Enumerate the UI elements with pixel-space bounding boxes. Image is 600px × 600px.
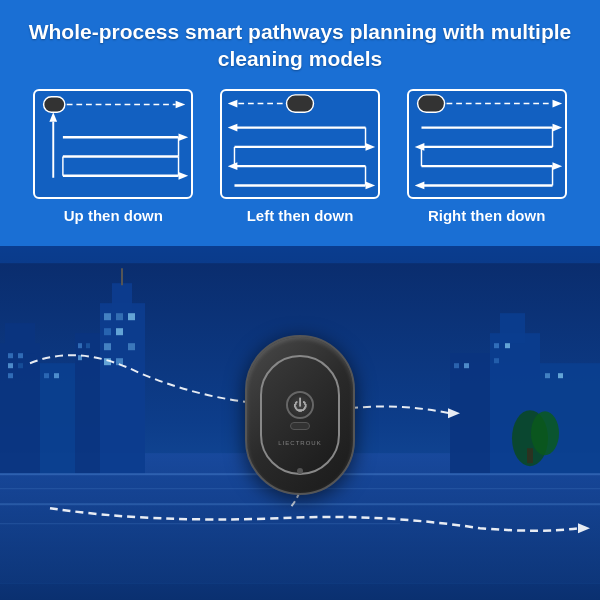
svg-marker-33 [414, 143, 424, 151]
main-title: Whole-process smart pathways planning wi… [20, 18, 580, 73]
model-item-up-then-down: Up then down [28, 89, 198, 224]
svg-marker-6 [179, 133, 189, 141]
model-label-left-then-down: Left then down [247, 207, 354, 224]
model-item-right-then-down: Right then down [402, 89, 572, 224]
svg-marker-88 [448, 408, 460, 418]
svg-marker-23 [228, 162, 238, 170]
model-label-right-then-down: Right then down [428, 207, 545, 224]
robot-device: LIECTROUK [245, 335, 355, 495]
main-container: Whole-process smart pathways planning wi… [0, 0, 600, 600]
svg-marker-4 [50, 112, 58, 122]
svg-marker-21 [366, 181, 376, 189]
model-diagram-up-then-down [33, 89, 193, 199]
model-diagram-right-then-down [407, 89, 567, 199]
svg-marker-18 [366, 143, 376, 151]
svg-marker-22 [228, 123, 238, 131]
bottom-section: LIECTROUK [0, 246, 600, 600]
svg-marker-2 [176, 100, 186, 108]
robot-power-button [286, 391, 314, 419]
model-diagram-left-then-down [220, 89, 380, 199]
robot-sensor [290, 422, 310, 430]
svg-rect-13 [286, 94, 313, 111]
svg-marker-15 [228, 99, 238, 107]
robot-body: LIECTROUK [245, 335, 355, 495]
model-item-left-then-down: Left then down [215, 89, 385, 224]
svg-marker-89 [578, 523, 590, 533]
svg-marker-37 [414, 181, 424, 189]
model-label-up-then-down: Up then down [64, 207, 163, 224]
robot-bottom-dot [297, 468, 303, 474]
svg-marker-31 [552, 123, 562, 131]
svg-marker-35 [552, 162, 562, 170]
svg-marker-29 [552, 99, 562, 107]
svg-rect-0 [44, 96, 65, 111]
svg-marker-9 [179, 172, 189, 180]
robot-brand-label: LIECTROUK [278, 440, 321, 446]
models-row: Up then down [20, 89, 580, 224]
svg-rect-27 [417, 94, 444, 111]
top-section: Whole-process smart pathways planning wi… [0, 0, 600, 246]
